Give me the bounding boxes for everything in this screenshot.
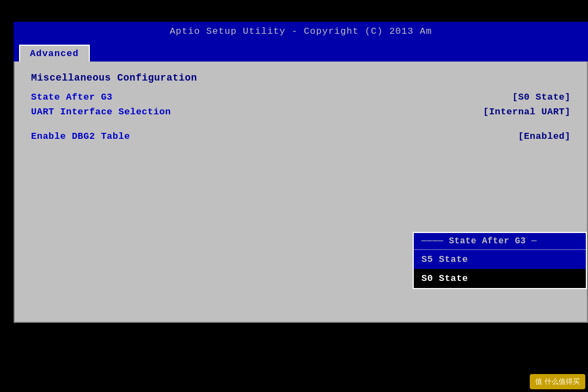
header-bar: Aptio Setup Utility - Copyright (C) 2013… xyxy=(14,22,588,41)
row-enable-dbg2[interactable]: Enable DBG2 Table [Enabled] xyxy=(31,129,571,144)
section-title: Miscellaneous Configuration xyxy=(31,72,571,83)
content-area: Miscellaneous Configuration State After … xyxy=(14,62,588,323)
label-uart-interface: UART Interface Selection xyxy=(31,107,171,117)
dropdown-item-s0-state[interactable]: S0 State xyxy=(414,269,586,288)
value-uart-interface: [Internal UART] xyxy=(483,107,571,117)
label-state-after-g3: State After G3 xyxy=(31,92,113,102)
dropdown-state-after-g3: ──── State After G3 ─ S5 State S0 State xyxy=(413,232,587,289)
row-state-after-g3[interactable]: State After G3 [S0 State] xyxy=(31,90,571,105)
row-uart-interface[interactable]: UART Interface Selection [Internal UART] xyxy=(31,105,571,119)
tab-bar: Advanced xyxy=(14,41,588,62)
dropdown-title: ──── State After G3 ─ xyxy=(414,233,586,250)
dropdown-item-s5-state[interactable]: S5 State xyxy=(414,250,586,269)
label-enable-dbg2: Enable DBG2 Table xyxy=(31,131,130,142)
value-state-after-g3: [S0 State] xyxy=(512,92,571,102)
watermark: 值 什么值得买 xyxy=(530,374,585,389)
value-enable-dbg2: [Enabled] xyxy=(518,131,571,142)
header-title: Aptio Setup Utility - Copyright (C) 2013… xyxy=(170,26,432,36)
tab-advanced[interactable]: Advanced xyxy=(19,45,90,62)
